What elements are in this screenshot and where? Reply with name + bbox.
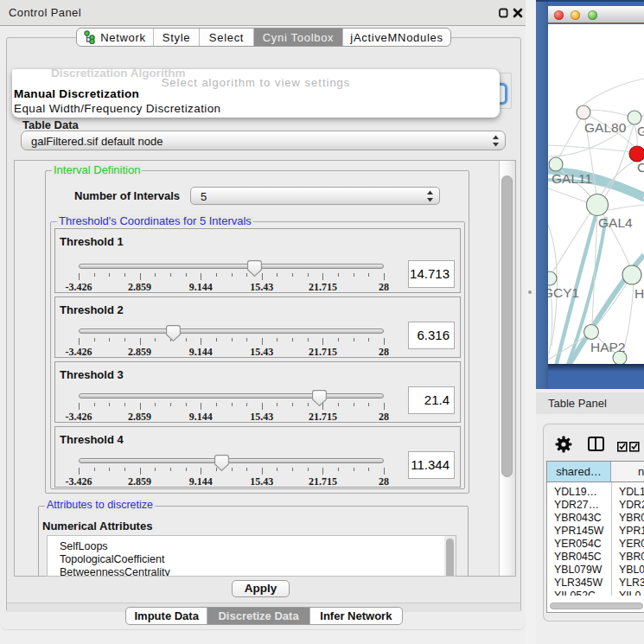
svg-text:HI: HI [634, 286, 644, 301]
svg-text:GA: GA [637, 124, 644, 138]
svg-text:HAP2: HAP2 [590, 340, 626, 354]
svg-text:GAL4: GAL4 [598, 215, 633, 230]
svg-text:GCY1: GCY1 [548, 285, 579, 300]
svg-text:GAL80: GAL80 [584, 120, 627, 135]
svg-text:C: C [637, 160, 644, 175]
svg-text:GAL11: GAL11 [552, 171, 592, 186]
